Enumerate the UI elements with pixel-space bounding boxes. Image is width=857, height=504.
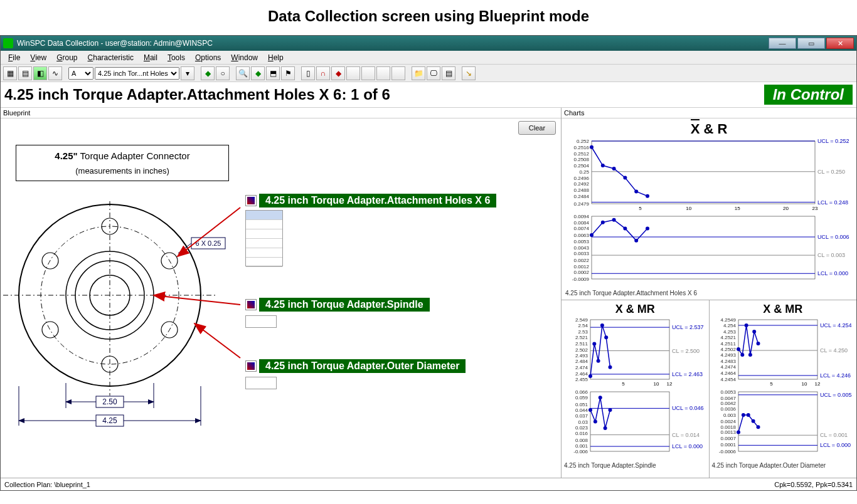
svg-text:CL = 0.250: CL = 0.250	[817, 169, 845, 175]
svg-text:15: 15	[735, 206, 740, 211]
tb-btn-mark-green[interactable]: ◆	[201, 66, 215, 80]
tb-btn-audio[interactable]: ∩	[316, 66, 330, 80]
statusbar: Collection Plan: \blueprint_1 Cpk=0.5592…	[1, 478, 856, 490]
svg-line-20	[154, 295, 240, 305]
svg-text:UCL = 0.046: UCL = 0.046	[672, 405, 703, 411]
blueprint-panel: Blueprint Clear 4.25" Torque Adapter Con…	[1, 108, 562, 478]
tb-btn-flag[interactable]: ⚑	[281, 66, 295, 80]
tb-btn-oval[interactable]: ○	[216, 66, 230, 80]
menu-mail[interactable]: Mail	[139, 52, 162, 63]
menu-tools[interactable]: Tools	[162, 52, 190, 63]
app-icon	[3, 38, 13, 48]
tb-btn-red[interactable]: ◆	[331, 66, 345, 80]
svg-text:LCL = 0.000: LCL = 0.000	[817, 270, 848, 276]
tb-btn-search[interactable]: 🔍	[236, 66, 250, 80]
svg-point-182	[746, 413, 750, 417]
svg-text:0.2484: 0.2484	[574, 194, 590, 199]
tb-btn-3[interactable]: ◧	[33, 66, 47, 80]
tb-btn-e3[interactable]	[376, 66, 390, 80]
svg-text:0.2516: 0.2516	[574, 145, 590, 150]
maximize-button[interactable]: ▭	[797, 38, 825, 49]
page-heading: Data Collection screen using Blueprint m…	[0, 0, 857, 35]
svg-point-132	[599, 396, 602, 399]
chart-icon	[245, 299, 257, 310]
svg-point-157	[740, 353, 744, 357]
svg-text:0.016: 0.016	[575, 431, 588, 436]
tb-btn-e2[interactable]	[361, 66, 375, 80]
menu-help[interactable]: Help	[263, 52, 289, 63]
close-button[interactable]: ✕	[826, 38, 854, 49]
charts-panel-header: Charts	[562, 108, 856, 118]
toolbar-select-characteristic[interactable]: 4.25 inch Tor...nt Holes X	[95, 67, 179, 80]
tb-btn-2[interactable]: ▤	[18, 66, 32, 80]
svg-text:0.0002: 0.0002	[574, 270, 590, 275]
svg-text:0.0013: 0.0013	[720, 429, 736, 435]
svg-point-106	[588, 374, 592, 378]
svg-text:2.464: 2.464	[575, 371, 588, 377]
svg-point-80	[601, 221, 605, 224]
svg-text:4.254: 4.254	[723, 323, 736, 328]
tb-btn-diamond[interactable]: ◆	[251, 66, 265, 80]
svg-point-81	[612, 218, 616, 222]
svg-text:0.059: 0.059	[575, 395, 588, 401]
svg-text:12: 12	[667, 381, 673, 387]
svg-text:UCL = 2.537: UCL = 2.537	[672, 324, 703, 330]
svg-point-108	[597, 359, 600, 363]
svg-rect-173	[738, 392, 817, 451]
svg-text:4.2549: 4.2549	[720, 317, 736, 323]
svg-text:0.051: 0.051	[575, 402, 588, 407]
svg-text:4.253: 4.253	[723, 329, 736, 335]
label-attachment-holes[interactable]: 4.25 inch Torque Adapter.Attachment Hole…	[245, 194, 561, 266]
tb-btn-folder[interactable]: 📁	[412, 66, 425, 80]
svg-text:CL = 0.003: CL = 0.003	[817, 252, 845, 258]
svg-text:LCL = 0.248: LCL = 0.248	[817, 199, 848, 206]
clear-button[interactable]: Clear	[518, 121, 556, 135]
tb-btn-screen[interactable]: 🖵	[427, 66, 440, 80]
tb-btn-e1[interactable]	[346, 66, 360, 80]
menu-group[interactable]: Group	[51, 52, 82, 63]
app-window: WinSPC Data Collection - user@station: A…	[0, 35, 857, 491]
toolbar-select-a[interactable]: A	[68, 67, 93, 80]
svg-point-156	[737, 347, 740, 351]
svg-point-58	[623, 176, 627, 180]
menu-view[interactable]: View	[25, 52, 51, 63]
tb-btn-1[interactable]: ▦	[3, 66, 17, 80]
minimize-button[interactable]: —	[769, 38, 796, 49]
svg-text:0.0024: 0.0024	[720, 419, 736, 424]
svg-text:CL = 0.014: CL = 0.014	[672, 432, 700, 438]
svg-text:5: 5	[639, 206, 642, 211]
tb-btn-doc[interactable]: ▯	[301, 66, 315, 80]
svg-text:10: 10	[686, 206, 691, 211]
menu-file[interactable]: File	[3, 52, 25, 63]
svg-point-109	[600, 323, 604, 327]
svg-text:0.008: 0.008	[575, 438, 588, 443]
menu-characteristic[interactable]: Characteristic	[83, 52, 139, 63]
svg-point-82	[623, 226, 627, 230]
svg-text:-0.0006: -0.0006	[718, 449, 736, 454]
spindle-value-input[interactable]	[245, 315, 277, 328]
tb-btn-4[interactable]: ∿	[48, 66, 62, 80]
tb-btn-exit[interactable]: ↘	[462, 66, 476, 80]
svg-text:-0.0009: -0.0009	[572, 276, 590, 282]
label-spindle[interactable]: 4.25 inch Torque Adapter.Spindle	[245, 298, 561, 328]
tb-btn-dd[interactable]: ▾	[181, 66, 194, 80]
menu-options[interactable]: Options	[190, 52, 226, 63]
svg-text:0.0012: 0.0012	[574, 264, 590, 270]
svg-point-57	[612, 167, 616, 171]
svg-text:0.0074: 0.0074	[574, 226, 590, 231]
svg-text:0.2488: 0.2488	[574, 187, 590, 193]
svg-point-180	[737, 430, 740, 434]
menu-window[interactable]: Window	[226, 52, 263, 63]
svg-text:0.0063: 0.0063	[574, 233, 590, 238]
subgroup-grid[interactable]	[245, 210, 283, 266]
tb-btn-list[interactable]: ▤	[442, 66, 455, 80]
label-outer-diameter[interactable]: 4.25 inch Torque Adapter.Outer Diameter	[245, 359, 561, 389]
svg-text:4.2502: 4.2502	[720, 347, 736, 352]
tb-btn-tag[interactable]: ⬒	[266, 66, 280, 80]
info-bar: 4.25 inch Torque Adapter.Attachment Hole…	[1, 82, 856, 108]
tb-btn-e4[interactable]	[391, 66, 405, 80]
svg-point-184	[756, 425, 760, 429]
svg-text:CL = 2.500: CL = 2.500	[672, 348, 700, 354]
svg-point-60	[646, 194, 649, 198]
od-value-input[interactable]	[245, 377, 277, 389]
